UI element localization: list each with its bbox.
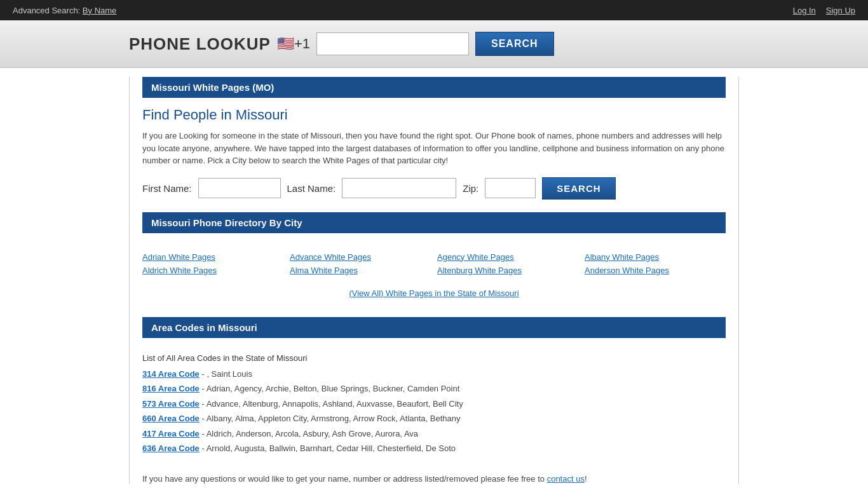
city-link[interactable]: Albany White Pages <box>585 252 726 262</box>
area-code-row: 636 Area Code - Arnold, Augusta, Ballwin… <box>142 442 726 455</box>
area-code-description: - Adrian, Agency, Archie, Belton, Blue S… <box>200 384 460 393</box>
area-code-link[interactable]: 636 Area Code <box>142 444 200 453</box>
directory-section: Missouri Phone Directory By City Adrian … <box>142 212 726 304</box>
area-codes-list: 314 Area Code - , Saint Louis816 Area Co… <box>142 368 726 455</box>
zip-input[interactable] <box>485 178 536 198</box>
city-link[interactable]: Alma White Pages <box>290 266 431 275</box>
country-code: 🇺🇸+1 <box>277 36 310 52</box>
area-codes-header: Area Codes in Missouri <box>142 317 726 338</box>
area-code-description: - Aldrich, Anderson, Arcola, Asbury, Ash… <box>200 429 418 438</box>
area-code-link[interactable]: 816 Area Code <box>142 384 200 393</box>
last-name-input[interactable] <box>342 178 456 198</box>
area-code-link[interactable]: 660 Area Code <box>142 414 200 423</box>
main-section-header: Missouri White Pages (MO) <box>142 77 726 98</box>
find-people-heading: Find People in Missouri <box>142 107 726 123</box>
last-name-label: Last Name: <box>287 183 336 194</box>
footer-note: If you have any questions or would like … <box>142 468 726 484</box>
city-link[interactable]: Altenburg White Pages <box>437 266 578 275</box>
area-code-description: - , Saint Louis <box>200 369 252 379</box>
find-people-description: If you are Looking for someone in the st… <box>142 130 726 167</box>
login-link[interactable]: Log In <box>793 6 816 15</box>
city-links-grid: Adrian White PagesAdvance White PagesAge… <box>142 242 726 281</box>
first-name-label: First Name: <box>142 183 192 194</box>
area-code-link[interactable]: 573 Area Code <box>142 399 200 409</box>
phone-lookup-title: PHONE LOOKUP <box>129 34 271 54</box>
auth-links: Log In Sign Up <box>785 5 855 15</box>
area-code-description: - Albany, Alma, Appleton City, Armstrong… <box>200 414 461 423</box>
area-code-link[interactable]: 314 Area Code <box>142 369 200 379</box>
by-name-link[interactable]: By Name <box>83 6 116 15</box>
city-link[interactable]: Anderson White Pages <box>585 266 726 275</box>
people-search-button[interactable]: SEARCH <box>542 177 615 200</box>
contact-link[interactable]: contact us <box>547 474 585 484</box>
area-codes-section: Area Codes in Missouri List of All Area … <box>142 317 726 455</box>
view-all-anchor[interactable]: (View All) White Pages in the State of M… <box>349 288 519 298</box>
city-link[interactable]: Adrian White Pages <box>142 252 283 262</box>
zip-label: Zip: <box>463 183 478 194</box>
phone-search-button[interactable]: SEARCH <box>475 32 554 56</box>
directory-header: Missouri Phone Directory By City <box>142 212 726 233</box>
view-all-link: (View All) White Pages in the State of M… <box>142 281 726 304</box>
area-code-row: 660 Area Code - Albany, Alma, Appleton C… <box>142 412 726 425</box>
top-bar: Advanced Search: By Name Log In Sign Up <box>0 0 868 20</box>
area-code-row: 816 Area Code - Adrian, Agency, Archie, … <box>142 383 726 395</box>
people-search-form: First Name: Last Name: Zip: SEARCH <box>142 177 726 200</box>
phone-input[interactable] <box>316 32 469 55</box>
city-link[interactable]: Aldrich White Pages <box>142 266 283 275</box>
signup-link[interactable]: Sign Up <box>826 6 855 15</box>
phone-lookup-section: PHONE LOOKUP 🇺🇸+1 SEARCH <box>0 20 868 68</box>
first-name-input[interactable] <box>198 178 281 198</box>
city-link[interactable]: Agency White Pages <box>437 252 578 262</box>
city-link[interactable]: Advance White Pages <box>290 252 431 262</box>
area-code-description: - Advance, Altenburg, Annapolis, Ashland… <box>200 399 463 409</box>
area-code-link[interactable]: 417 Area Code <box>142 429 200 438</box>
area-code-row: 417 Area Code - Aldrich, Anderson, Arcol… <box>142 428 726 440</box>
advanced-search-label: Advanced Search: By Name <box>13 6 116 15</box>
flag-icon: 🇺🇸 <box>277 36 294 51</box>
area-code-row: 314 Area Code - , Saint Louis <box>142 368 726 381</box>
area-code-description: - Arnold, Augusta, Ballwin, Barnhart, Ce… <box>200 444 456 453</box>
find-people-section: Find People in Missouri If you are Looki… <box>142 107 726 200</box>
area-codes-list-title: List of All Area Codes in the State of M… <box>142 347 726 363</box>
area-code-row: 573 Area Code - Advance, Altenburg, Anna… <box>142 398 726 410</box>
